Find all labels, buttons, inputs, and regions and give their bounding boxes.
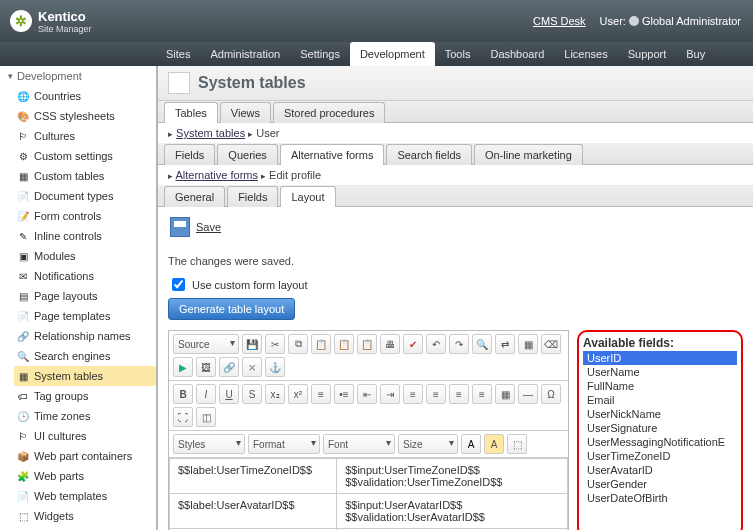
size-select[interactable]: Size	[398, 434, 458, 454]
tab-tables[interactable]: Tables	[164, 102, 218, 123]
menubar-item-dashboard[interactable]: Dashboard	[480, 42, 554, 66]
tb-redo-icon[interactable]: ↷	[449, 334, 469, 354]
sidebar-item-time-zones[interactable]: 🕒Time zones	[14, 406, 156, 426]
tb-ar-icon[interactable]: ≡	[449, 384, 469, 404]
tab-general[interactable]: General	[164, 186, 225, 207]
tb-indent-icon[interactable]: ⇥	[380, 384, 400, 404]
tb-ol-icon[interactable]: ≡	[311, 384, 331, 404]
tb-underline-icon[interactable]: U	[219, 384, 239, 404]
menubar-item-sites[interactable]: Sites	[156, 42, 200, 66]
tab-queries[interactable]: Queries	[217, 144, 278, 165]
tb-bgcolor-icon[interactable]: A	[484, 434, 504, 454]
tb-bold-icon[interactable]: B	[173, 384, 193, 404]
sidebar-item-web-part-containers[interactable]: 📦Web part containers	[14, 446, 156, 466]
tb-selectall-icon[interactable]: ▦	[518, 334, 538, 354]
available-fields-list[interactable]: UserIDUserNameFullNameEmailUserNickNameU…	[583, 351, 737, 505]
tb-unlink-icon[interactable]: ⤫	[242, 357, 262, 377]
sidebar-item-countries[interactable]: 🌐Countries	[14, 86, 156, 106]
tb-max-icon[interactable]: ⛶	[173, 407, 193, 427]
sidebar-item-web-templates[interactable]: 📄Web templates	[14, 486, 156, 506]
tb-find-icon[interactable]: 🔍	[472, 334, 492, 354]
sidebar-item-system-tables[interactable]: ▦System tables	[14, 366, 156, 386]
available-field[interactable]: UserNickName	[583, 407, 737, 421]
sidebar-item-workflows[interactable]: ⇄Workflows	[14, 526, 156, 530]
menubar-item-buy[interactable]: Buy	[676, 42, 715, 66]
tb-cut-icon[interactable]: ✂	[265, 334, 285, 354]
sidebar-item-custom-settings[interactable]: ⚙Custom settings	[14, 146, 156, 166]
tab-search-fields[interactable]: Search fields	[386, 144, 472, 165]
menubar-item-administration[interactable]: Administration	[200, 42, 290, 66]
tab-stored-procedures[interactable]: Stored procedures	[273, 102, 386, 123]
tb-table-icon[interactable]: ▦	[495, 384, 515, 404]
tb-char-icon[interactable]: Ω	[541, 384, 561, 404]
tb-blocks-icon[interactable]: ◫	[196, 407, 216, 427]
tb-strike-icon[interactable]: S	[242, 384, 262, 404]
available-field[interactable]: UserID	[583, 351, 737, 365]
tb-paste2-icon[interactable]: 📋	[334, 334, 354, 354]
font-select[interactable]: Font	[323, 434, 395, 454]
tb-aj-icon[interactable]: ≡	[472, 384, 492, 404]
tb-sup-icon[interactable]: x²	[288, 384, 308, 404]
tb-hr-icon[interactable]: —	[518, 384, 538, 404]
tb-link-icon[interactable]: 🔗	[219, 357, 239, 377]
tb-media-icon[interactable]: ▶	[173, 357, 193, 377]
generate-button[interactable]: Generate table layout	[168, 298, 295, 320]
tb-clear-icon[interactable]: ⌫	[541, 334, 561, 354]
available-field[interactable]: UserSignature	[583, 421, 737, 435]
tb-print-icon[interactable]: 🖶	[380, 334, 400, 354]
tree-root[interactable]: ▾Development	[0, 66, 156, 86]
menubar-item-settings[interactable]: Settings	[290, 42, 350, 66]
bc2-link[interactable]: Alternative forms	[175, 169, 258, 181]
rich-editor[interactable]: Source 💾 ✂ ⧉ 📋 📋 📋 🖶 ✔ ↶ ↷ 🔍 ⇄ ▦	[168, 330, 569, 530]
tb-paste-icon[interactable]: 📋	[311, 334, 331, 354]
tb-fgcolor-icon[interactable]: A	[461, 434, 481, 454]
tb-anchor-icon[interactable]: ⚓	[265, 357, 285, 377]
tb-sub-icon[interactable]: x₂	[265, 384, 285, 404]
menubar-item-development[interactable]: Development	[350, 42, 435, 66]
available-field[interactable]: UserMessagingNotificationE	[583, 435, 737, 449]
sidebar-item-page-layouts[interactable]: ▤Page layouts	[14, 286, 156, 306]
tb-ul-icon[interactable]: •≡	[334, 384, 354, 404]
tb-paste3-icon[interactable]: 📋	[357, 334, 377, 354]
tb-spell-icon[interactable]: ✔	[403, 334, 423, 354]
tab-layout[interactable]: Layout	[280, 186, 335, 207]
tb-copy-icon[interactable]: ⧉	[288, 334, 308, 354]
sidebar-item-custom-tables[interactable]: ▦Custom tables	[14, 166, 156, 186]
sidebar-item-modules[interactable]: ▣Modules	[14, 246, 156, 266]
available-field[interactable]: UserAvatarID	[583, 463, 737, 477]
sidebar-item-ui-cultures[interactable]: 🏳UI cultures	[14, 426, 156, 446]
tb-undo-icon[interactable]: ↶	[426, 334, 446, 354]
sidebar-item-tag-groups[interactable]: 🏷Tag groups	[14, 386, 156, 406]
available-field[interactable]: UserGender	[583, 477, 737, 491]
available-field[interactable]: UserName	[583, 365, 737, 379]
sidebar-item-widgets[interactable]: ⬚Widgets	[14, 506, 156, 526]
tab-on-line-marketing[interactable]: On-line marketing	[474, 144, 583, 165]
sidebar-item-relationship-names[interactable]: 🔗Relationship names	[14, 326, 156, 346]
tb-outdent-icon[interactable]: ⇤	[357, 384, 377, 404]
sidebar-item-inline-controls[interactable]: ✎Inline controls	[14, 226, 156, 246]
available-field[interactable]: UserTimeZoneID	[583, 449, 737, 463]
format-select[interactable]: Format	[248, 434, 320, 454]
use-custom-checkbox[interactable]: Use custom form layout	[168, 275, 743, 294]
tb-replace-icon[interactable]: ⇄	[495, 334, 515, 354]
tab-fields[interactable]: Fields	[227, 186, 278, 207]
sidebar-item-search-engines[interactable]: 🔍Search engines	[14, 346, 156, 366]
available-field[interactable]: Email	[583, 393, 737, 407]
sidebar-item-document-types[interactable]: 📄Document types	[14, 186, 156, 206]
tab-alternative-forms[interactable]: Alternative forms	[280, 144, 385, 165]
save-button[interactable]: Save	[168, 213, 223, 241]
tab-fields[interactable]: Fields	[164, 144, 215, 165]
tb-img-icon[interactable]: 🖼	[196, 357, 216, 377]
tb-italic-icon[interactable]: I	[196, 384, 216, 404]
menubar-item-licenses[interactable]: Licenses	[554, 42, 617, 66]
tab-views[interactable]: Views	[220, 102, 271, 123]
menubar-item-support[interactable]: Support	[618, 42, 677, 66]
available-field[interactable]: UserDateOfBirth	[583, 491, 737, 505]
sidebar-item-notifications[interactable]: ✉Notifications	[14, 266, 156, 286]
available-field[interactable]: FullName	[583, 379, 737, 393]
menubar-item-tools[interactable]: Tools	[435, 42, 481, 66]
tb-ac-icon[interactable]: ≡	[426, 384, 446, 404]
sidebar-item-web-parts[interactable]: 🧩Web parts	[14, 466, 156, 486]
tb-al-icon[interactable]: ≡	[403, 384, 423, 404]
sidebar-item-form-controls[interactable]: 📝Form controls	[14, 206, 156, 226]
